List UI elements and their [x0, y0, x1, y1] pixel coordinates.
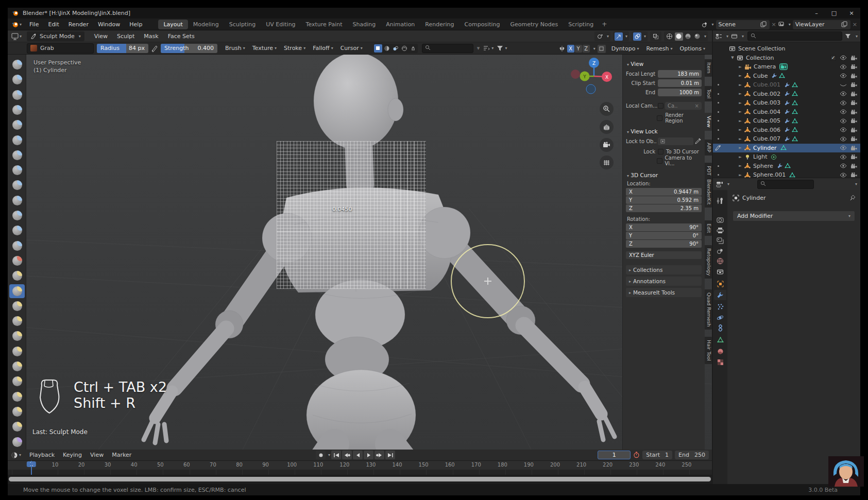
n-panel-tab-blenderkit[interactable]: BlenderKit [705, 176, 712, 208]
workspace-tab-sculpting[interactable]: Sculpting [224, 20, 261, 29]
lock-to-object-field[interactable] [658, 137, 693, 145]
tool-blob-button[interactable] [9, 163, 25, 177]
outliner-row-cube-006[interactable]: ►Cube.006 [713, 126, 860, 135]
camera-to-view-checkbox[interactable] [657, 158, 662, 164]
outliner-filter-collection-icon[interactable] [731, 33, 738, 40]
brush-menu-texture[interactable]: Texture▾ [249, 43, 280, 53]
eye-open-icon[interactable] [840, 55, 847, 60]
tool-smooth-button[interactable] [9, 194, 25, 208]
eye-open-icon[interactable] [840, 145, 847, 150]
eye-open-icon[interactable] [840, 163, 847, 168]
symmetry-x-toggle[interactable]: X [567, 45, 574, 53]
falloff-sphere-icon[interactable] [383, 44, 391, 53]
filter-icon[interactable] [845, 33, 852, 40]
tool-pinch-button[interactable] [9, 269, 25, 283]
expand-icon[interactable]: ► [738, 164, 743, 168]
properties-tab-particles[interactable] [714, 301, 726, 312]
tool-multi-plane-scrape-button[interactable] [9, 254, 25, 268]
expand-icon[interactable]: ► [738, 65, 743, 69]
tool-rotate-button[interactable] [9, 374, 25, 388]
cursor-rotation-y-field[interactable]: Y0° [626, 232, 702, 239]
expand-icon[interactable]: ► [738, 119, 743, 123]
outliner-search[interactable] [747, 31, 842, 41]
outliner-row-sphere[interactable]: ►Sphere [713, 162, 860, 171]
unlink-scene-icon[interactable]: × [772, 21, 776, 28]
render-visibility-icon[interactable] [850, 127, 857, 133]
filter-icon[interactable] [497, 45, 503, 51]
tool-clay-strips-button[interactable] [9, 103, 25, 117]
outliner-row-cube-004[interactable]: ►Cube.004 [713, 108, 860, 117]
remove-layer-icon[interactable]: × [853, 21, 857, 28]
tool-nudge-button[interactable] [9, 359, 25, 373]
tool-flatten-button[interactable] [9, 209, 25, 222]
outliner-row-sphere-001[interactable]: ►Sphere.001 [713, 170, 860, 178]
local-camera-field[interactable]: Ca..× [665, 102, 702, 110]
tool-draw-button[interactable] [9, 58, 25, 72]
workspace-tab-modeling[interactable]: Modeling [188, 20, 224, 29]
zoom-button[interactable] [600, 102, 614, 116]
strength-slider[interactable]: Strength 0.400 [161, 44, 217, 53]
menu-edit[interactable]: Edit [43, 20, 63, 29]
symmetry-z-toggle[interactable]: Z [583, 45, 590, 53]
tool-clay-thumb-button[interactable] [9, 118, 25, 132]
play-reverse-button[interactable] [353, 451, 363, 459]
timeline-menu-keying[interactable]: Keying [59, 451, 86, 459]
outliner-row-cube-005[interactable]: ►Cube.005 [713, 116, 860, 126]
sort-icon[interactable] [483, 45, 490, 51]
tool-simplify-button[interactable] [9, 435, 25, 449]
gizmos-dropdown[interactable]: ▾ [613, 31, 629, 41]
rotation-order-dropdown[interactable]: XYZ Euler [626, 251, 702, 259]
scene-selector[interactable]: Scene [716, 20, 770, 29]
scene-icon[interactable] [702, 21, 708, 28]
menu-window[interactable]: Window [93, 20, 125, 29]
n-panel-tab-view[interactable]: View [705, 113, 712, 131]
expand-icon[interactable]: ► [738, 137, 743, 141]
maximize-button[interactable]: □ [825, 8, 843, 19]
brush-menu-stroke[interactable]: Stroke▾ [280, 43, 309, 53]
tool-grab-button[interactable] [9, 284, 25, 298]
menu-render[interactable]: Render [64, 20, 93, 29]
n-panel-tab-tool[interactable]: Tool [705, 86, 712, 101]
view-section-header[interactable]: ▾ View [627, 61, 702, 67]
properties-tab-texture[interactable] [714, 357, 726, 367]
workspace-tab-rendering[interactable]: Rendering [420, 20, 459, 29]
new-scene-icon[interactable] [760, 21, 767, 28]
tiling-icon[interactable] [400, 44, 409, 53]
outliner-row-cube[interactable]: ►Cube [713, 72, 860, 81]
eye-open-icon[interactable] [840, 109, 847, 114]
navigation-gizmo[interactable]: Z X Y [557, 56, 614, 97]
workspace-tab-scripting[interactable]: Scripting [563, 20, 599, 29]
render-visibility-icon[interactable] [850, 145, 857, 151]
view-layer-selector[interactable]: ViewLayer [793, 20, 850, 29]
local-camera-checkbox[interactable] [658, 103, 663, 109]
shading-rendered-icon[interactable] [693, 32, 702, 41]
tool-clay-button[interactable] [9, 88, 25, 102]
render-visibility-icon[interactable] [850, 100, 857, 106]
radius-slider[interactable]: Radius 84 px [97, 44, 148, 53]
viewport-menu-view[interactable]: View [90, 32, 112, 41]
playhead[interactable] [31, 461, 32, 475]
timeline-track[interactable] [8, 470, 712, 475]
properties-tab-object-data[interactable] [714, 335, 726, 345]
tool-thumb-button[interactable] [9, 329, 25, 343]
workspace-tab-shading[interactable]: Shading [348, 20, 381, 29]
jump-to-start-button[interactable] [331, 451, 341, 459]
properties-tab-collection[interactable] [714, 267, 726, 277]
menu-help[interactable]: Help [125, 20, 147, 29]
viewport-menu-face-sets[interactable]: Face Sets [163, 32, 199, 41]
overlays-dropdown[interactable]: ▾ [632, 31, 648, 41]
outliner-row-cube-001[interactable]: ►Cube.001 [713, 80, 860, 90]
3d-viewport[interactable]: 0.0450 User Perspective (1) Cylinder Z X… [26, 55, 712, 450]
properties-tab-output[interactable] [714, 225, 726, 235]
next-keyframe-button[interactable] [375, 451, 384, 459]
properties-tab-modifiers[interactable] [714, 290, 726, 300]
tool-boundary-button[interactable] [9, 405, 25, 419]
tool-scrape-button[interactable] [9, 239, 25, 253]
view-layer-icon[interactable] [778, 21, 785, 28]
pan-button[interactable] [600, 120, 614, 134]
n-panel-tab-hair-tool[interactable]: Hair Tool [705, 337, 712, 364]
n-panel-tab-arp[interactable]: ARP [705, 140, 712, 156]
expand-icon[interactable]: ► [738, 92, 743, 96]
n-panel-tab-quad-remesh[interactable]: Quad Remesh [705, 289, 712, 330]
active-brush-button[interactable]: Grab [27, 43, 94, 54]
